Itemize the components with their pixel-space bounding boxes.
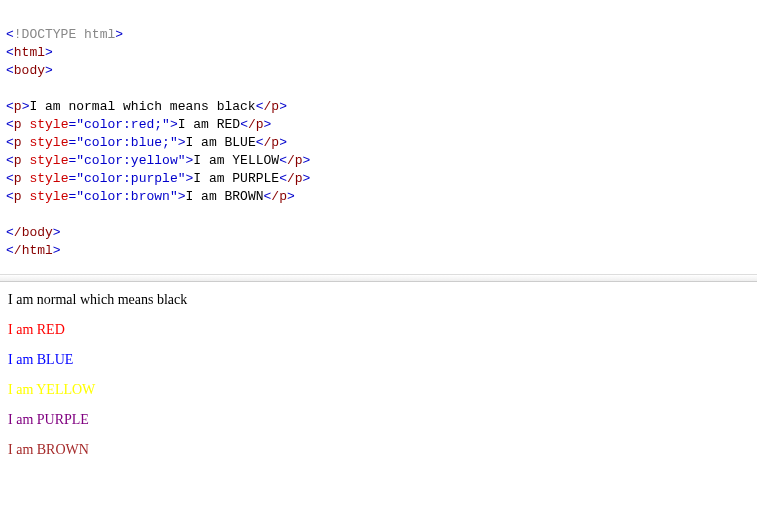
pane-divider [0, 275, 757, 282]
output-paragraph-brown: I am BROWN [8, 442, 749, 458]
code-line: <body> [6, 63, 53, 78]
output-paragraph-blue: I am BLUE [8, 352, 749, 368]
code-line: <p style="color:purple">I am PURPLE</p> [6, 171, 310, 186]
code-line: <p style="color:blue;">I am BLUE</p> [6, 135, 287, 150]
output-pane: I am normal which means black I am RED I… [0, 282, 757, 482]
code-line: <p style="color:red;">I am RED</p> [6, 117, 271, 132]
code-pane: <!DOCTYPE html> <html> <body> <p>I am no… [0, 0, 757, 275]
code-line: <p style="color:brown">I am BROWN</p> [6, 189, 295, 204]
code-line: </body> [6, 225, 61, 240]
code-line: </html> [6, 243, 61, 258]
code-line: <html> [6, 45, 53, 60]
output-paragraph-red: I am RED [8, 322, 749, 338]
output-paragraph-purple: I am PURPLE [8, 412, 749, 428]
code-line: <!DOCTYPE html> [6, 27, 123, 42]
code-line: <p>I am normal which means black</p> [6, 99, 287, 114]
output-paragraph-normal: I am normal which means black [8, 292, 749, 308]
code-line: <p style="color:yellow">I am YELLOW</p> [6, 153, 310, 168]
output-paragraph-yellow: I am YELLOW [8, 382, 749, 398]
